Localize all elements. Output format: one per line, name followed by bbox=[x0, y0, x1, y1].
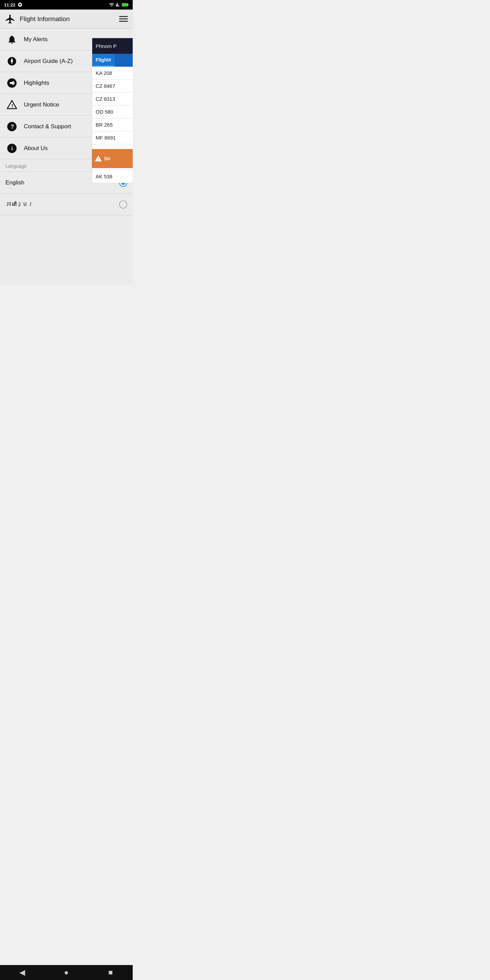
bell-icon bbox=[5, 33, 18, 46]
right-panel-city: Phnom P bbox=[95, 43, 117, 49]
flight-row-1[interactable]: CZ 8467 bbox=[92, 80, 133, 92]
svg-rect-1 bbox=[127, 4, 128, 5]
megaphone-icon bbox=[5, 76, 18, 89]
svg-text:i: i bbox=[11, 145, 13, 151]
status-right bbox=[109, 2, 129, 8]
menu-label-my-alerts: My Alerts bbox=[24, 36, 48, 43]
right-panel-tab-flight[interactable]: Flight# bbox=[92, 54, 115, 67]
flight-row-5[interactable]: MF 8691 bbox=[92, 131, 133, 144]
flight-row-2[interactable]: CZ 8313 bbox=[92, 92, 133, 105]
info-icon: i bbox=[5, 142, 18, 155]
menu-label-about-us: About Us bbox=[24, 145, 48, 152]
header-left: Flight Information bbox=[5, 14, 70, 24]
help-icon: ? bbox=[5, 120, 18, 133]
status-bar: 11:22 bbox=[0, 0, 133, 10]
lang-item-khmer[interactable]: ភាសាខ្មែរ bbox=[0, 194, 133, 215]
gear-icon bbox=[18, 2, 23, 8]
bottom-orange-bar[interactable]: Sn bbox=[92, 149, 133, 168]
right-panel-header: Phnom P bbox=[92, 38, 133, 54]
warning-icon: ! bbox=[5, 98, 18, 111]
empty-space bbox=[0, 215, 133, 270]
battery-icon bbox=[122, 2, 129, 8]
svg-text:!: ! bbox=[11, 102, 13, 108]
menu-label-contact-support: Contact & Support bbox=[24, 123, 71, 130]
svg-rect-2 bbox=[122, 4, 127, 6]
signal-icon bbox=[116, 2, 121, 8]
plane-icon bbox=[5, 14, 16, 24]
right-panel: Phnom P Flight# KA 208 CZ 8467 CZ 8313 O… bbox=[92, 38, 133, 183]
compass-icon bbox=[5, 55, 18, 68]
menu-label-urgent-notice: Urgent Notice bbox=[24, 102, 59, 108]
hamburger-menu-icon[interactable] bbox=[119, 16, 128, 22]
flight-row-4[interactable]: BR 265 bbox=[92, 118, 133, 131]
lang-label-khmer: ភាសាខ្មែរ bbox=[5, 201, 33, 208]
flight-row-3[interactable]: OD 580 bbox=[92, 105, 133, 118]
wifi-icon bbox=[109, 2, 115, 8]
svg-text:?: ? bbox=[11, 124, 14, 130]
flight-row-0[interactable]: KA 208 bbox=[92, 67, 133, 80]
menu-label-highlights: Highlights bbox=[24, 80, 49, 86]
lang-label-english: English bbox=[5, 179, 24, 186]
bottom-bar-text: Sn bbox=[104, 156, 110, 161]
radio-khmer[interactable] bbox=[119, 200, 127, 208]
flight-row-8[interactable]: AK 538 bbox=[92, 170, 133, 183]
menu-label-airport-guide: Airport Guide (A-Z) bbox=[24, 58, 73, 65]
page-title: Flight Information bbox=[20, 15, 70, 23]
warning-triangle-icon bbox=[95, 155, 102, 162]
clock: 11:22 bbox=[4, 2, 15, 8]
status-left: 11:22 bbox=[4, 2, 23, 8]
right-panel-tab-bar: Flight# bbox=[92, 54, 133, 67]
app-header: Flight Information bbox=[0, 10, 133, 29]
svg-point-6 bbox=[11, 60, 13, 62]
